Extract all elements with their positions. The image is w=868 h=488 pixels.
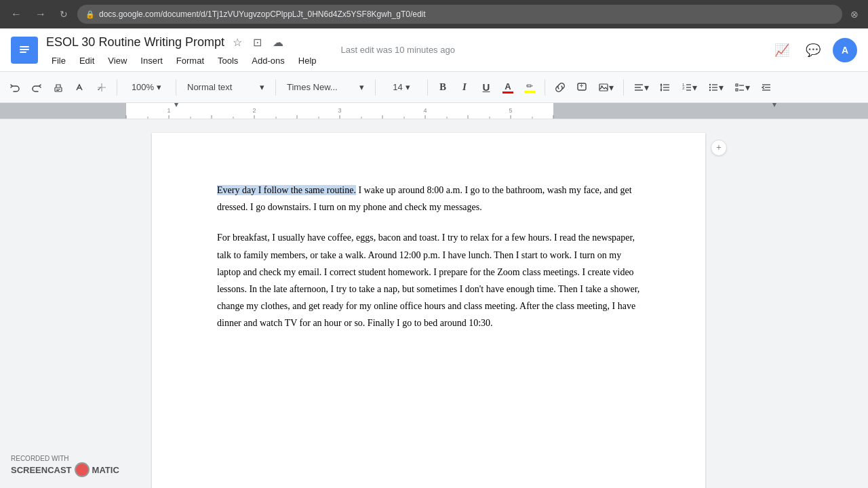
url-bar[interactable]: 🔒 docs.google.com/document/d/1Tj1zVUYugv… bbox=[77, 5, 842, 24]
svg-text:4: 4 bbox=[423, 107, 427, 114]
redo-button[interactable] bbox=[27, 79, 46, 96]
paragraph-style-value: Normal text bbox=[187, 82, 232, 92]
ruler-svg: 1 2 3 4 5 bbox=[0, 103, 868, 119]
svg-text:3: 3 bbox=[338, 107, 341, 114]
svg-point-23 bbox=[709, 83, 711, 85]
refresh-button[interactable]: ↻ bbox=[56, 6, 72, 22]
paragraph-2: For breakfast, I usually have coffee, eg… bbox=[217, 229, 640, 331]
back-button[interactable]: ← bbox=[7, 5, 26, 23]
toolbar-divider-6 bbox=[545, 79, 545, 96]
zoom-dropdown[interactable]: 100% ▾ bbox=[123, 79, 170, 95]
italic-button[interactable]: I bbox=[455, 78, 474, 97]
menu-tools[interactable]: Tools bbox=[212, 54, 243, 67]
numbered-list-chevron-icon: ▾ bbox=[692, 82, 697, 93]
star-icon[interactable]: ☆ bbox=[230, 33, 245, 52]
font-size-dropdown[interactable]: 14 ▾ bbox=[381, 79, 422, 95]
svg-text:✓: ✓ bbox=[97, 85, 102, 92]
menu-file[interactable]: File bbox=[46, 54, 71, 67]
underline-button[interactable]: U bbox=[477, 78, 496, 97]
doc-title[interactable]: ESOL 30 Routine Writing Prompt bbox=[46, 35, 224, 49]
text-color-button[interactable]: A bbox=[498, 79, 517, 96]
highlighted-text: Every day I follow the same routine. bbox=[217, 185, 356, 195]
menu-help[interactable]: Help bbox=[293, 54, 322, 67]
svg-text:1: 1 bbox=[167, 107, 170, 114]
highlight-button[interactable]: ✏ bbox=[520, 79, 539, 96]
indent-decrease-button[interactable] bbox=[757, 79, 776, 96]
menu-format[interactable]: Format bbox=[171, 54, 210, 67]
left-sidebar bbox=[0, 119, 16, 488]
numbered-list-button[interactable]: 1.2. ▾ bbox=[677, 79, 701, 96]
screencast-watermark: RECORDED WITH SCREENCAST MATIC bbox=[11, 455, 119, 477]
cloud-save-icon[interactable]: ☁ bbox=[270, 33, 286, 52]
insert-image-button[interactable]: ▾ bbox=[594, 79, 618, 96]
right-sidebar bbox=[841, 119, 868, 488]
svg-point-25 bbox=[709, 89, 711, 90]
paragraph-style-dropdown[interactable]: Normal text ▾ bbox=[182, 79, 270, 95]
menu-insert[interactable]: Insert bbox=[135, 54, 168, 67]
bulleted-list-button[interactable]: ▾ bbox=[704, 79, 728, 96]
font-family-dropdown[interactable]: Times New... ▾ bbox=[281, 79, 370, 95]
svg-text:2.: 2. bbox=[682, 86, 686, 90]
font-size-value: 14 bbox=[393, 82, 402, 92]
svg-text:2: 2 bbox=[252, 107, 256, 114]
comments-icon[interactable]: 💬 bbox=[802, 39, 825, 62]
svg-rect-30 bbox=[736, 89, 738, 91]
screencast-circle-icon bbox=[75, 462, 90, 477]
svg-text:5: 5 bbox=[509, 107, 512, 114]
docs-header: ESOL 30 Routine Writing Prompt ☆ ⊡ ☁ Fil… bbox=[0, 28, 868, 72]
insert-comment-button[interactable]: + bbox=[572, 79, 591, 96]
toolbar-divider-3 bbox=[275, 79, 276, 96]
browser-search-icon[interactable]: ⊗ bbox=[848, 6, 861, 22]
lock-icon: 🔒 bbox=[85, 10, 95, 19]
ruler: 1 2 3 4 5 bbox=[0, 103, 868, 119]
line-spacing-button[interactable] bbox=[656, 79, 675, 96]
image-chevron-icon: ▾ bbox=[609, 82, 614, 93]
browser-chrome: ← → ↻ 🔒 docs.google.com/document/d/1Tj1z… bbox=[0, 0, 868, 28]
more-list-button[interactable]: ▾ bbox=[730, 79, 754, 96]
svg-rect-36 bbox=[0, 103, 126, 119]
print-button[interactable] bbox=[49, 79, 68, 96]
toolbar-divider-2 bbox=[176, 79, 176, 96]
docs-logo bbox=[11, 37, 38, 64]
paint-format-button[interactable] bbox=[71, 79, 90, 96]
more-list-chevron-icon: ▾ bbox=[745, 82, 750, 93]
svg-rect-29 bbox=[736, 84, 738, 86]
content-area: + Every day I follow the same routine. I… bbox=[0, 119, 868, 488]
insert-link-button[interactable] bbox=[551, 79, 570, 96]
size-chevron-icon: ▾ bbox=[406, 82, 410, 92]
header-right: 📈 💬 A bbox=[770, 38, 857, 62]
svg-rect-5 bbox=[56, 89, 60, 89]
zoom-value: 100% bbox=[132, 82, 154, 92]
add-comment-button[interactable]: + bbox=[711, 140, 727, 156]
paragraph-2-text: For breakfast, I usually have coffee, eg… bbox=[217, 232, 639, 328]
move-to-folder-icon[interactable]: ⊡ bbox=[250, 33, 264, 52]
svg-text:+: + bbox=[580, 82, 584, 89]
bold-button[interactable]: B bbox=[433, 78, 452, 97]
menu-addons[interactable]: Add-ons bbox=[246, 54, 290, 67]
undo-button[interactable] bbox=[5, 79, 24, 96]
text-color-icon: A bbox=[505, 81, 511, 92]
svg-rect-37 bbox=[553, 103, 868, 119]
toolbar-divider-1 bbox=[117, 79, 117, 96]
menu-edit[interactable]: Edit bbox=[74, 54, 100, 67]
docs-title-area: ESOL 30 Routine Writing Prompt ☆ ⊡ ☁ Fil… bbox=[46, 33, 322, 67]
svg-rect-6 bbox=[56, 90, 59, 91]
document-area[interactable]: + Every day I follow the same routine. I… bbox=[16, 119, 841, 488]
forward-button[interactable]: → bbox=[31, 5, 50, 23]
document-page[interactable]: + Every day I follow the same routine. I… bbox=[152, 133, 705, 488]
font-family-value: Times New... bbox=[287, 82, 338, 92]
toolbar-divider-5 bbox=[427, 79, 428, 96]
last-edit-status: Last edit was 10 minutes ago bbox=[341, 45, 455, 55]
bulleted-list-chevron-icon: ▾ bbox=[719, 82, 724, 93]
activity-icon[interactable]: 📈 bbox=[770, 39, 793, 62]
font-chevron-icon: ▾ bbox=[359, 82, 364, 92]
spell-check-button[interactable]: ✓ bbox=[92, 79, 111, 96]
svg-rect-10 bbox=[599, 84, 608, 91]
align-button[interactable]: ▾ bbox=[629, 79, 653, 96]
svg-rect-3 bbox=[20, 52, 26, 53]
menu-view[interactable]: View bbox=[102, 54, 132, 67]
avatar[interactable]: A bbox=[833, 38, 857, 62]
svg-rect-1 bbox=[20, 46, 29, 47]
toolbar-divider-7 bbox=[623, 79, 624, 96]
paragraph-1: Every day I follow the same routine. I w… bbox=[217, 182, 640, 216]
